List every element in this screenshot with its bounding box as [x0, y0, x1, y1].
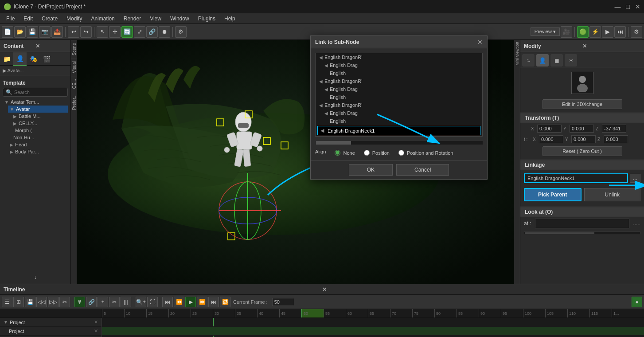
save-button[interactable]: 💾 [27, 26, 38, 38]
look-at-input[interactable] [535, 219, 630, 228]
toolbar-right2[interactable]: ▶ [602, 26, 613, 38]
tl-btn-9[interactable]: ✂ [109, 297, 120, 307]
edit-3dxchange-button[interactable]: Edit in 3DXchange [543, 99, 622, 109]
tl-rewind-button[interactable]: ⏪ [174, 297, 184, 307]
modal-radio-none[interactable]: None [335, 150, 355, 156]
select-button[interactable]: ↖ [97, 26, 108, 38]
modal-tree-item-2[interactable]: English [326, 69, 482, 77]
ce-tab[interactable]: CE... [71, 76, 77, 91]
tl-btn-2[interactable]: ⊞ [13, 297, 24, 307]
toolbar-settings[interactable]: ⚙ [631, 26, 642, 38]
tl-btn-8[interactable]: + [98, 297, 108, 307]
tree-item-celly[interactable]: ▶ CELLY... [12, 120, 68, 127]
down-arrow-button[interactable]: ↓ [34, 274, 37, 280]
modal-tree-item-6[interactable]: ◀ English DragonR' [316, 101, 482, 109]
menu-window[interactable]: Window [166, 15, 194, 23]
modal-tree-item-selected[interactable]: ◀ English DragonNeck1 [317, 126, 480, 135]
record-video-button[interactable]: 🎥 [561, 26, 572, 38]
scale-button[interactable]: ⤢ [134, 26, 145, 38]
modal-radio-posrot[interactable]: Position and Rotation [398, 150, 453, 156]
menu-modify[interactable]: Modify [62, 15, 86, 23]
content-tab-folder[interactable]: 📁 [0, 52, 13, 66]
menu-help[interactable]: Help [220, 15, 240, 23]
tl-expand-button[interactable]: ⛶ [147, 297, 158, 307]
menu-plugins[interactable]: Plugins [194, 15, 220, 23]
tl-end-button[interactable]: ⏭ [208, 297, 219, 307]
modify-tab-mesh[interactable]: ◼ [550, 54, 563, 67]
timeline-close-button[interactable]: ✕ [322, 286, 641, 293]
menu-create[interactable]: Create [37, 15, 62, 23]
tree-item-nonhu[interactable]: Non-Hu... [12, 134, 68, 141]
track-close-project[interactable]: ✕ [94, 319, 98, 325]
reset-button[interactable]: Reset ( Zero Out ) [543, 146, 622, 156]
current-frame-input[interactable] [272, 298, 294, 306]
tree-item-bodypar[interactable]: ▶ Body Par... [8, 148, 68, 155]
timeline-track-area[interactable] [102, 318, 644, 337]
tl-zoom-button[interactable]: 🔍+ [136, 297, 146, 307]
toolbar-right1[interactable]: ⚡ [589, 26, 601, 38]
linkage-dots-button[interactable]: ... [630, 174, 640, 183]
tl-record-button[interactable]: 🎙 [74, 297, 85, 307]
modal-radio-position[interactable]: Position [364, 150, 390, 156]
tl-btn-7[interactable]: 🔗 [86, 297, 97, 307]
modal-cancel-button[interactable]: Cancel [396, 164, 449, 176]
tl-play-button[interactable]: ▶ [185, 297, 196, 307]
pick-parent-button[interactable]: Pick Parent [524, 188, 582, 201]
content-tab-motion[interactable]: 🎭 [27, 52, 40, 66]
open-button[interactable]: 📂 [14, 26, 26, 38]
undo-button[interactable]: ↩ [68, 26, 79, 38]
camera-button[interactable]: 📷 [39, 26, 51, 38]
tl-btn-3[interactable]: 💾 [25, 297, 35, 307]
tl-btn-6[interactable]: ✂ [59, 297, 70, 307]
minimize-button[interactable]: — [615, 3, 621, 10]
tree-item-avatar-tem[interactable]: ▼ Avatar Tem... [3, 98, 68, 106]
tl-btn-5[interactable]: ▷▷ [48, 297, 59, 307]
record-button[interactable]: ⏺ [159, 26, 170, 38]
x2-input[interactable] [539, 135, 563, 143]
settings-button[interactable]: ⚙ [175, 26, 187, 38]
y2-input[interactable] [571, 135, 596, 143]
green-btn1[interactable]: 🟢 [577, 26, 589, 38]
scene-tab[interactable]: Scene [71, 40, 77, 58]
content-close-button[interactable]: ✕ [35, 43, 67, 49]
modal-hscrollbar[interactable] [315, 141, 483, 145]
modal-close-button[interactable]: ✕ [477, 39, 483, 46]
modal-tree-item-4[interactable]: ◀ English Drag [321, 85, 482, 93]
tl-btn-1[interactable]: ☰ [2, 297, 12, 307]
modify-tab-avatar[interactable]: 👤 [536, 54, 549, 67]
z-input[interactable] [602, 125, 626, 133]
menu-view[interactable]: View [145, 15, 166, 23]
track-close-project2[interactable]: ✕ [94, 328, 98, 334]
radio-posrot-input[interactable] [398, 150, 404, 156]
new-button[interactable]: 📄 [2, 26, 13, 38]
tl-loop-button[interactable]: 🔁 [220, 297, 230, 307]
track-collapse-icon[interactable]: ▼ [4, 320, 8, 325]
toolbar-right3[interactable]: ⏭ [614, 26, 626, 38]
modify-scrollbar[interactable] [524, 231, 640, 234]
modify-tab-fx[interactable]: ✶ [565, 54, 577, 67]
maximize-button[interactable]: □ [626, 3, 630, 10]
modal-tree-item-0[interactable]: ◀ English DragonR' [316, 53, 482, 61]
modify-close-button[interactable]: ✕ [582, 43, 641, 49]
tl-btn-4[interactable]: ◁◁ [36, 297, 47, 307]
menu-file[interactable]: File [2, 15, 19, 23]
prefers-tab[interactable]: Prefer... [71, 92, 77, 113]
x-input[interactable] [537, 125, 562, 133]
export-button[interactable]: 📤 [51, 26, 63, 38]
z2-input[interactable] [604, 135, 628, 143]
rotate-button[interactable]: 🔄 [121, 26, 133, 38]
radio-none-input[interactable] [335, 150, 340, 156]
modal-ok-button[interactable]: OK [349, 164, 393, 176]
close-button[interactable]: ✕ [635, 3, 640, 10]
tl-green-record[interactable]: ● [632, 297, 642, 307]
tl-btn-10[interactable]: ||| [121, 297, 131, 307]
preview-dropdown[interactable]: Preview ▾ [531, 27, 560, 36]
redo-button[interactable]: ↪ [80, 26, 92, 38]
unlink-button[interactable]: Unlink [584, 188, 641, 201]
modal-tree-item-1[interactable]: ◀ English Drag [321, 61, 482, 69]
look-at-dots-button[interactable]: ..... [633, 220, 640, 227]
tree-item-head[interactable]: ▶ Head [8, 141, 68, 148]
tree-item-avatar[interactable]: ▼ Avatar [8, 106, 68, 113]
modal-tree-item-3[interactable]: ◀ English DragonR' [316, 77, 482, 85]
tl-step-fwd-button[interactable]: ⏩ [197, 297, 207, 307]
